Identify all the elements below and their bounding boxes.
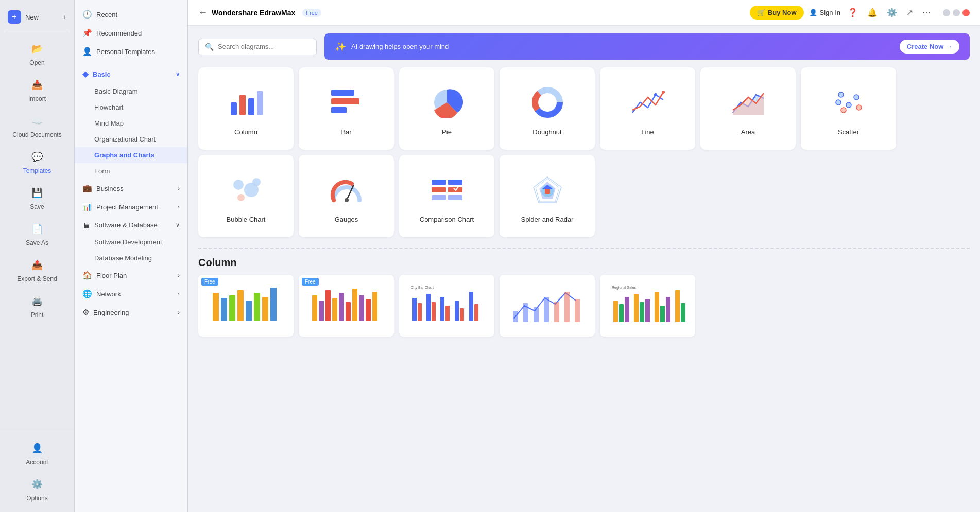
template-thumb-2[interactable]: Free — [299, 275, 394, 337]
user-icon: 👤 — [809, 9, 817, 16]
nav-business-label: Business — [96, 185, 124, 192]
software-db-chevron: ∨ — [176, 222, 180, 228]
svg-rect-81 — [655, 292, 659, 322]
column-chart-label: Column — [234, 128, 257, 136]
chart-card-area[interactable]: Area — [700, 67, 796, 150]
chart-card-column[interactable]: Column — [198, 67, 294, 150]
sidebar-item-open[interactable]: 📂 Open — [0, 36, 74, 72]
svg-rect-0 — [231, 102, 237, 115]
bubble-chart-label: Bubble Chart — [227, 216, 266, 223]
nav-network-label: Network — [96, 290, 121, 298]
sidebar-item-new[interactable]: + New + — [0, 5, 74, 29]
export-icon: 📤 — [29, 257, 45, 273]
comparison-chart-label: Comparison Chart — [420, 216, 474, 223]
template-thumb-content-3: City Bar Chart — [399, 275, 494, 337]
area-chart-label: Area — [741, 128, 755, 136]
nav-flowchart[interactable]: Flowchart — [75, 99, 187, 115]
nav-floor-plan[interactable]: 🏠 Floor Plan › — [75, 266, 187, 285]
network-icon: 🌐 — [82, 289, 92, 298]
svg-rect-75 — [613, 301, 618, 322]
search-input[interactable] — [218, 43, 310, 50]
basic-chevron: ∨ — [176, 71, 180, 78]
sidebar-item-save-as[interactable]: 📄 Save As — [0, 216, 74, 252]
sidebar-item-templates[interactable]: 💬 Templates — [0, 144, 74, 180]
nav-recent-label: Recent — [96, 11, 117, 19]
chart-card-bubble[interactable]: Bubble Chart — [198, 155, 294, 237]
sidebar-item-import[interactable]: 📥 Import — [0, 72, 74, 108]
svg-point-21 — [237, 194, 245, 201]
bar-chart-label: Bar — [341, 128, 351, 136]
nav-mind-map[interactable]: Mind Map — [75, 115, 187, 131]
buy-now-button[interactable]: 🛒 Buy Now — [750, 6, 804, 20]
close-button[interactable]: ✕ — [962, 9, 970, 16]
svg-rect-62 — [445, 306, 450, 321]
more-icon[interactable]: ⋯ — [920, 6, 933, 20]
import-label: Import — [28, 95, 46, 102]
settings-icon[interactable]: ⚙️ — [885, 6, 899, 20]
search-box[interactable]: 🔍 — [198, 39, 317, 55]
nav-graphs-charts[interactable]: Graphs and Charts — [75, 147, 187, 163]
create-now-button[interactable]: Create Now → — [900, 40, 959, 54]
top-bar: ← Wondershare EdrawMax Free 🛒 Buy Now 👤 … — [188, 0, 980, 26]
svg-rect-84 — [675, 290, 680, 322]
nav-personal[interactable]: 👤 Personal Templates — [75, 42, 187, 61]
nav-engineering-label: Engineering — [93, 309, 129, 316]
chart-card-spider[interactable]: Spider and Radar — [500, 155, 595, 237]
chart-card-bar[interactable]: Bar — [299, 67, 394, 150]
search-ai-row: 🔍 ✨ AI drawing helps open your mind Crea… — [198, 33, 970, 60]
sidebar-nav: 🕐 Recent 📌 Recommended 👤 Personal Templa… — [75, 0, 188, 512]
nav-project[interactable]: 📊 Project Management › — [75, 198, 187, 216]
sidebar-item-save[interactable]: 💾 Save — [0, 180, 74, 216]
notification-icon[interactable]: 🔔 — [865, 6, 880, 20]
business-chevron: › — [178, 185, 180, 191]
svg-point-11 — [654, 93, 657, 96]
free-badge: Free — [302, 9, 321, 17]
template-thumb-1[interactable]: Free — [198, 275, 294, 337]
nav-recommended[interactable]: 📌 Recommended — [75, 24, 187, 42]
chart-card-doughnut[interactable]: Doughnut — [500, 67, 595, 150]
free-tag-1: Free — [201, 278, 218, 286]
nav-software-db[interactable]: 🖥 Software & Database ∨ — [75, 216, 187, 234]
sidebar-item-account[interactable]: 👤 Account — [0, 435, 74, 471]
svg-rect-65 — [469, 292, 473, 321]
nav-form[interactable]: Form — [75, 163, 187, 179]
chart-card-scatter[interactable]: Scatter — [801, 67, 896, 150]
template-thumb-5[interactable]: Regional Sales — [600, 275, 695, 337]
sidebar-item-print[interactable]: 🖨️ Print — [0, 288, 74, 324]
maximize-button[interactable]: □ — [953, 9, 960, 16]
nav-recent[interactable]: 🕐 Recent — [75, 5, 187, 24]
window-controls: ─ □ ✕ — [943, 9, 970, 16]
chart-card-gauges[interactable]: Gauges — [299, 155, 394, 237]
spider-chart-icon — [527, 169, 568, 210]
sidebar-item-export[interactable]: 📤 Export & Send — [0, 252, 74, 288]
sidebar-item-cloud[interactable]: ☁️ Cloud Documents — [0, 108, 74, 144]
svg-rect-2 — [248, 98, 254, 115]
chart-card-pie[interactable]: Pie — [399, 67, 494, 150]
share-icon[interactable]: ↗ — [904, 6, 915, 20]
svg-rect-55 — [372, 292, 377, 321]
nav-business[interactable]: 💼 Business › — [75, 179, 187, 198]
chart-card-comparison[interactable]: Comparison Chart — [399, 155, 494, 237]
template-thumb-3[interactable]: City Bar Chart — [399, 275, 494, 337]
svg-rect-27 — [432, 187, 446, 192]
recent-icon: 🕐 — [82, 10, 92, 19]
back-button[interactable]: ← — [198, 7, 208, 18]
svg-rect-59 — [426, 294, 431, 321]
svg-rect-40 — [229, 295, 235, 321]
sidebar-item-options[interactable]: ⚙️ Options — [0, 471, 74, 507]
help-icon[interactable]: ❓ — [846, 6, 860, 20]
nav-basic-diagram[interactable]: Basic Diagram — [75, 83, 187, 99]
nav-basic[interactable]: ◆ Basic ∨ — [75, 65, 187, 83]
sign-in-button[interactable]: 👤 Sign In — [809, 9, 840, 16]
gauges-chart-icon — [326, 169, 367, 210]
nav-org-chart[interactable]: Organizational Chart — [75, 131, 187, 147]
nav-db-modeling[interactable]: Database Modeling — [75, 250, 187, 266]
nav-engineering[interactable]: ⚙ Engineering › — [75, 303, 187, 322]
nav-software-dev[interactable]: Software Development — [75, 234, 187, 250]
minimize-button[interactable]: ─ — [943, 9, 950, 16]
chart-card-line[interactable]: Line — [600, 67, 695, 150]
nav-network[interactable]: 🌐 Network › — [75, 285, 187, 303]
nav-personal-label: Personal Templates — [96, 48, 155, 56]
svg-rect-1 — [239, 95, 246, 115]
template-thumb-4[interactable] — [500, 275, 595, 337]
